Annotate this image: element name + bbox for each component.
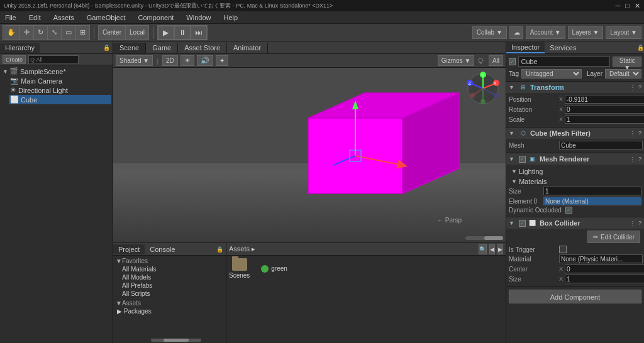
fx-toggle-btn[interactable]: ✦ [216,55,228,66]
asset-scenes-folder[interactable]: Scenes [229,258,250,279]
assets-header[interactable]: ▼ Assets [114,299,225,307]
hand-tool-btn[interactable]: ✋ [3,26,20,40]
pause-btn[interactable]: ⏸ [174,26,191,40]
tree-all-scripts[interactable]: All Scripts [114,290,225,298]
tree-packages[interactable]: ▶ Packages [114,307,225,315]
menu-assets[interactable]: Assets [51,13,77,23]
mesh-renderer-menu[interactable]: ⋮ [630,156,636,163]
rotate-tool-btn[interactable]: ↻ [34,26,48,40]
mesh-filter-header[interactable]: ▼ ⬡ Cube (Mesh Filter) ⋮ ? [506,128,644,139]
bc-size-x-input[interactable] [565,275,644,283]
mesh-renderer-help[interactable]: ? [638,156,641,162]
tab-inspector[interactable]: Inspector [506,42,545,53]
tree-all-prefabs[interactable]: All Prefabs [114,281,225,290]
hierarchy-search[interactable] [28,55,79,64]
size-input[interactable] [543,187,641,195]
rect-tool-btn[interactable]: ▭ [62,26,76,40]
mesh-filter-help[interactable]: ? [638,130,641,136]
layers-btn[interactable]: Layers ▼ [568,26,604,39]
create-btn[interactable]: Create [3,55,26,64]
lighting-subheader[interactable]: ▼ Lighting [509,166,641,177]
2d-btn[interactable]: 2D [162,55,178,66]
inspector-lock-icon[interactable]: 🔒 [637,45,644,51]
menu-edit[interactable]: Edit [26,13,43,23]
menu-file[interactable]: File [3,13,19,23]
maximize-btn[interactable]: □ [625,2,630,10]
center-btn[interactable]: Center [99,26,126,40]
object-name-input[interactable] [518,57,610,67]
hier-item-cube[interactable]: ⬜ Cube [9,95,111,104]
close-btn[interactable]: ✕ [635,2,640,10]
add-component-btn[interactable]: Add Component [509,290,641,303]
tree-all-models[interactable]: All Models [114,273,225,281]
step-btn[interactable]: ⏭ [191,26,207,40]
audio-toggle-btn[interactable]: 🔊 [197,55,213,66]
collab-btn[interactable]: Collab ▼ [472,26,507,39]
account-btn[interactable]: Account ▼ [526,26,565,39]
tab-services[interactable]: Services [545,43,581,53]
menu-window[interactable]: Window [184,13,213,23]
scale-x-input[interactable] [565,115,644,124]
shading-dropdown[interactable]: Shaded ▼ [116,55,153,66]
scene-scrollbar[interactable] [465,236,503,240]
mesh-renderer-checkbox[interactable]: ✓ [519,156,526,163]
transform-menu[interactable]: ⋮ [630,84,636,91]
hierarchy-tab[interactable]: Hierarchy [0,43,40,53]
hier-item-directionallight[interactable]: ☀ Directional Light [9,85,111,95]
bottom-scroll-thumb[interactable] [164,339,189,342]
static-btn[interactable]: Static ▼ [613,57,641,67]
transform-header[interactable]: ▼ ⊞ Transform ⋮ ? [506,82,644,93]
play-btn[interactable]: ▶ [158,26,174,40]
tab-project[interactable]: Project [113,244,145,254]
is-trigger-checkbox[interactable] [559,246,567,253]
assets-search-btn[interactable]: 🔍 [479,244,487,254]
tab-animator[interactable]: Animator [227,43,268,53]
box-collider-checkbox[interactable]: ✓ [519,220,526,227]
transform-tool-btn[interactable]: ⊞ [76,26,89,40]
box-collider-menu[interactable]: ⋮ [630,220,636,227]
edit-collider-btn[interactable]: ✏ Edit Collider [587,231,640,243]
scene-view[interactable]: X Y Z [113,68,506,242]
local-btn[interactable]: Local [126,26,148,40]
gizmos-btn[interactable]: Gizmos ▼ [438,55,475,66]
scene-scroll-handle[interactable] [484,236,503,240]
cloud-btn[interactable]: ☁ [509,26,523,39]
layout-btn[interactable]: Layout ▼ [606,26,641,39]
menu-gameobject[interactable]: GameObject [84,13,128,23]
pos-x-input[interactable] [565,95,644,104]
center-x-input[interactable] [565,264,644,273]
tab-console[interactable]: Console [145,244,180,254]
transform-help[interactable]: ? [638,84,641,90]
menu-help[interactable]: Help [221,13,240,23]
hier-item-maincamera[interactable]: 📷 Main Camera [9,76,111,85]
box-collider-help[interactable]: ? [638,220,641,226]
minimize-btn[interactable]: ─ [616,2,621,10]
materials-subheader[interactable]: ▼ Materials [509,177,641,187]
object-active-checkbox[interactable]: ✓ [509,58,516,65]
tag-select[interactable]: Untagged [521,69,582,79]
light-toggle-btn[interactable]: ☀ [180,55,194,66]
scale-tool-btn[interactable]: ⤡ [48,26,62,40]
box-collider-header[interactable]: ▼ ✓ ⬜ Box Collider ⋮ ? [506,217,644,229]
favorites-header[interactable]: ▼ Favorites [114,257,225,265]
layer-select[interactable]: Default [605,69,641,79]
element0-input[interactable] [543,197,641,205]
asset-green-file[interactable]: green [260,258,289,279]
tab-assetstore[interactable]: Asset Store [178,43,227,53]
mesh-value-input[interactable] [559,141,643,150]
assets-nav-back[interactable]: ◀ [489,244,495,254]
rot-x-input[interactable] [565,105,644,114]
bottom-scrollbar[interactable] [151,339,201,342]
tab-game[interactable]: Game [146,43,178,53]
mesh-filter-menu[interactable]: ⋮ [630,130,636,137]
dynamic-occluded-checkbox[interactable]: ✓ [565,207,572,214]
mesh-renderer-header[interactable]: ▼ ✓ ▣ Mesh Renderer ⋮ ? [506,153,644,165]
move-tool-btn[interactable]: ✛ [20,26,34,40]
tab-scene[interactable]: Scene [113,43,146,53]
scene-search-btn[interactable]: All [489,55,503,66]
menu-component[interactable]: Component [135,13,176,23]
assets-nav-forward[interactable]: ▶ [497,244,503,254]
hier-item-samplescene[interactable]: ▼ 🎬 SampleScene* [1,67,111,76]
bc-material-input[interactable] [559,254,643,263]
tree-all-materials[interactable]: All Materials [114,265,225,273]
